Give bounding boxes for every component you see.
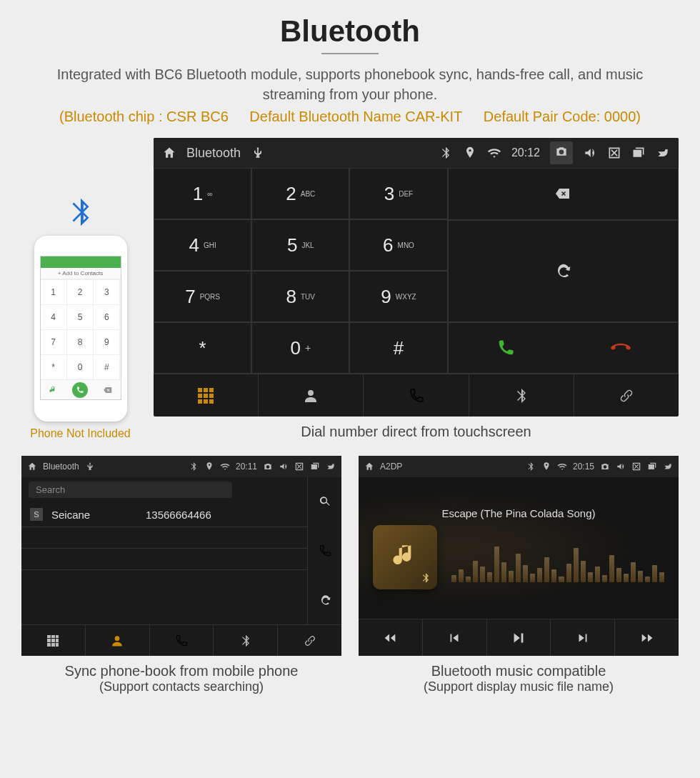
tab-bluetooth[interactable] <box>214 625 278 656</box>
search-input[interactable]: Search <box>29 482 232 498</box>
close-app-icon[interactable] <box>631 462 641 472</box>
dial-key-0[interactable]: 0+ <box>251 322 349 374</box>
tab-pairing[interactable] <box>574 374 679 417</box>
play-pause-button[interactable] <box>487 619 551 656</box>
bluetooth-status-icon <box>439 146 453 160</box>
bluetooth-status-icon <box>526 462 536 472</box>
dial-key-9[interactable]: 9WXYZ <box>349 271 447 322</box>
album-art <box>373 525 437 589</box>
contact-name: Seicane <box>51 509 137 521</box>
bluetooth-spec-info: (Bluetooth chip : CSR BC6 Default Blueto… <box>21 109 679 125</box>
screenshot-icon[interactable] <box>554 144 569 159</box>
volume-icon[interactable] <box>583 146 597 160</box>
search-action-icon[interactable] <box>308 477 341 527</box>
dial-key-5[interactable]: 5JKL <box>251 219 349 271</box>
volume-icon[interactable] <box>616 462 626 472</box>
next-icon <box>575 630 591 646</box>
redial-button[interactable] <box>448 220 679 322</box>
rewind-button[interactable] <box>359 619 423 656</box>
dialpad: 1∞ 2ABC 3DEF 4GHI 5JKL 6MNO 7PQRS 8TUV 9… <box>154 168 448 374</box>
wifi-icon <box>487 146 501 160</box>
sync-action-icon[interactable] <box>308 575 341 624</box>
phone-keypad: 123 456 789 *0# <box>41 279 121 379</box>
recent-apps-icon[interactable] <box>631 146 646 160</box>
tab-dialpad[interactable] <box>154 374 259 417</box>
app-name: Bluetooth <box>43 462 79 472</box>
app-name: Bluetooth <box>186 146 241 161</box>
prev-icon <box>446 630 462 646</box>
rewind-icon <box>382 630 398 646</box>
tab-contacts[interactable] <box>259 374 364 417</box>
backspace-button[interactable] <box>448 168 679 220</box>
contacts-screen: Bluetooth 20:11 Search <box>21 456 341 656</box>
screenshot-icon[interactable] <box>600 462 610 472</box>
back-icon[interactable] <box>663 462 673 472</box>
dial-key-3[interactable]: 3DEF <box>349 168 447 219</box>
phone-not-included-note: Phone Not Included <box>21 427 139 440</box>
dialpad-tab-icon <box>198 388 214 404</box>
back-icon[interactable] <box>326 462 336 472</box>
recent-apps-icon[interactable] <box>310 462 320 472</box>
dial-key-1[interactable]: 1∞ <box>154 168 251 219</box>
recent-apps-icon[interactable] <box>647 462 657 472</box>
audio-visualizer <box>451 532 664 582</box>
close-app-icon[interactable] <box>294 462 304 472</box>
next-button[interactable] <box>551 619 615 656</box>
clock: 20:15 <box>573 462 594 472</box>
page-subtitle: Integrated with BC6 Bluetooth module, su… <box>46 64 654 104</box>
home-icon[interactable] <box>364 462 374 472</box>
tab-call-log[interactable] <box>150 625 214 656</box>
dial-key-star[interactable]: * <box>154 322 251 374</box>
title-underline <box>321 53 379 54</box>
close-app-icon[interactable] <box>607 146 621 160</box>
bluetooth-icon <box>64 196 97 231</box>
contact-initial: S <box>30 508 43 521</box>
fast-forward-button[interactable] <box>615 619 679 656</box>
contact-row[interactable]: S Seicane 13566664466 <box>21 502 307 527</box>
music-caption: Bluetooth music compatible (Support disp… <box>359 663 679 694</box>
dialpad-tab-icon <box>47 635 59 647</box>
tab-call-log[interactable] <box>364 374 469 417</box>
previous-button[interactable] <box>423 619 487 656</box>
phone-call-button <box>72 382 88 398</box>
bluetooth-tab-icon <box>513 387 530 404</box>
hangup-button[interactable] <box>563 337 678 359</box>
location-icon <box>463 146 477 160</box>
call-action-icon[interactable] <box>308 527 341 576</box>
dial-key-4[interactable]: 4GHI <box>154 219 251 271</box>
app-name: A2DP <box>380 462 402 472</box>
dial-key-8[interactable]: 8TUV <box>251 271 349 322</box>
tab-bluetooth[interactable] <box>469 374 574 417</box>
dial-key-2[interactable]: 2ABC <box>251 168 349 219</box>
contacts-caption: Sync phone-book from mobile phone (Suppo… <box>21 663 341 694</box>
location-icon <box>541 462 551 472</box>
phone-outline-icon <box>408 387 425 404</box>
tab-pairing[interactable] <box>278 625 341 656</box>
track-title: Escape (The Pina Colada Song) <box>441 507 595 519</box>
music-screen: A2DP 20:15 Escape (The Pina Colada Song) <box>359 456 679 656</box>
dial-key-hash[interactable]: # <box>349 322 447 374</box>
wifi-icon <box>557 462 567 472</box>
dialer-screen: Bluetooth 20:12 1∞ 2ABC <box>154 138 679 417</box>
clock: 20:11 <box>236 462 257 472</box>
tab-dialpad[interactable] <box>21 625 86 656</box>
dialer-caption: Dial number direct from touchscreen <box>154 424 679 440</box>
home-icon[interactable] <box>27 462 37 472</box>
usb-icon <box>85 462 95 472</box>
volume-icon[interactable] <box>279 462 289 472</box>
back-icon[interactable] <box>656 146 670 160</box>
ff-icon <box>639 630 655 646</box>
location-icon <box>204 462 214 472</box>
dial-key-6[interactable]: 6MNO <box>349 219 447 271</box>
bluetooth-status-icon <box>189 462 199 472</box>
dial-key-7[interactable]: 7PQRS <box>154 271 251 322</box>
call-button[interactable] <box>449 338 564 358</box>
tab-contacts[interactable] <box>86 625 150 656</box>
screenshot-icon[interactable] <box>263 462 273 472</box>
link-icon <box>303 634 317 648</box>
phone-add-contacts: + Add to Contacts <box>41 268 121 279</box>
person-icon <box>302 387 319 404</box>
person-icon <box>110 634 124 648</box>
play-pause-icon <box>511 630 526 646</box>
home-icon[interactable] <box>162 146 176 160</box>
